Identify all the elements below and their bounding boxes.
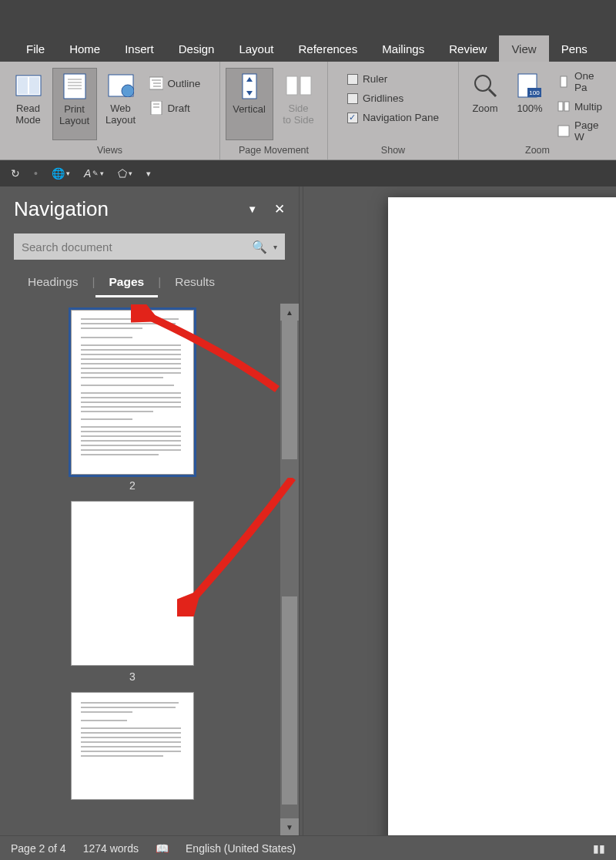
tab-review[interactable]: Review xyxy=(437,35,499,62)
navigation-title: Navigation xyxy=(14,197,109,221)
zoom-100-icon: 100 xyxy=(515,71,544,100)
zoom-100-button[interactable]: 100 100% xyxy=(508,68,551,140)
svg-point-9 xyxy=(122,85,134,97)
web-layout-icon xyxy=(106,71,136,100)
svg-point-20 xyxy=(475,76,490,91)
vertical-button[interactable]: Vertical xyxy=(226,68,273,140)
svg-text:100: 100 xyxy=(529,89,540,96)
status-language[interactable]: English (United States) xyxy=(186,842,296,855)
page-width-icon xyxy=(557,125,570,137)
multiple-pages-button[interactable]: Multip xyxy=(553,96,611,117)
svg-rect-25 xyxy=(561,76,567,87)
zoom-button[interactable]: Zoom xyxy=(464,68,507,140)
nav-tab-pages[interactable]: Pages xyxy=(95,270,159,297)
tab-mailings[interactable]: Mailings xyxy=(370,35,437,62)
proofing-icon[interactable]: 📖 xyxy=(156,842,169,855)
ribbon-tab-strip: File Home Insert Design Layout Reference… xyxy=(0,32,616,62)
nav-close-icon[interactable]: ✕ xyxy=(274,201,285,217)
read-mode-icon xyxy=(14,71,43,100)
shape-icon[interactable]: ⬠ ▾ xyxy=(118,167,132,180)
scroll-track-segment[interactable] xyxy=(282,596,297,805)
vertical-icon xyxy=(235,72,264,101)
show-group-label: Show xyxy=(333,143,454,158)
svg-rect-26 xyxy=(558,102,563,111)
search-dropdown-icon[interactable]: ▾ xyxy=(273,243,277,251)
navigation-pane-checkbox[interactable]: ✓Navigation Pane xyxy=(343,109,444,126)
status-page[interactable]: Page 2 of 4 xyxy=(11,842,66,855)
search-icon[interactable]: 🔍 xyxy=(252,240,267,254)
tab-pens[interactable]: Pens xyxy=(549,35,600,62)
tab-design[interactable]: Design xyxy=(166,35,227,62)
svg-rect-18 xyxy=(286,76,297,95)
qat-disabled-icon: • xyxy=(34,167,38,180)
status-words[interactable]: 1274 words xyxy=(83,842,139,855)
font-format-icon[interactable]: A✎ ▾ xyxy=(84,167,104,180)
scroll-down-icon[interactable]: ▼ xyxy=(280,818,299,835)
side-to-side-icon xyxy=(284,71,313,100)
svg-rect-19 xyxy=(300,76,311,95)
svg-rect-14 xyxy=(151,101,162,115)
globe-icon[interactable]: 🌐 ▾ xyxy=(52,167,70,180)
multiple-pages-icon xyxy=(557,100,570,113)
qat-overflow-icon[interactable]: ▾ xyxy=(146,169,151,179)
page-movement-group-label: Page Movement xyxy=(225,143,323,158)
thumb-label: 2 xyxy=(129,479,136,492)
one-page-icon xyxy=(557,76,570,88)
document-area[interactable] xyxy=(303,186,616,835)
tab-view[interactable]: View xyxy=(499,35,548,62)
zoom-icon xyxy=(470,71,500,100)
tab-home[interactable]: Home xyxy=(57,35,112,62)
nav-dropdown-icon[interactable]: ▼ xyxy=(247,203,257,215)
tab-layout[interactable]: Layout xyxy=(226,35,286,62)
svg-rect-28 xyxy=(558,126,569,136)
quick-access-bar: ↻ • 🌐 ▾ A✎ ▾ ⬠ ▾ ▾ xyxy=(0,160,616,186)
svg-rect-2 xyxy=(29,77,39,94)
watermark: wsxdn.com xyxy=(557,818,611,829)
search-box[interactable]: 🔍▾ xyxy=(14,233,285,260)
redo-icon[interactable]: ↻ xyxy=(11,167,20,180)
status-bar: Page 2 of 4 1274 words 📖 English (United… xyxy=(0,835,616,860)
views-group-label: Views xyxy=(5,143,215,158)
one-page-button[interactable]: One Pa xyxy=(553,71,611,92)
tab-insert[interactable]: Insert xyxy=(112,35,166,62)
web-layout-button[interactable]: Web Layout xyxy=(99,68,143,140)
nav-tab-results[interactable]: Results xyxy=(161,270,229,297)
thumb-label: 3 xyxy=(129,670,136,683)
side-to-side-button[interactable]: Side to Side xyxy=(275,68,323,140)
svg-rect-27 xyxy=(564,102,569,111)
page-thumbnail-4[interactable] xyxy=(71,692,194,800)
zoom-group-label: Zoom xyxy=(464,143,611,158)
svg-rect-3 xyxy=(64,74,85,99)
read-mode-button[interactable]: Read Mode xyxy=(6,68,51,140)
outline-icon xyxy=(149,76,163,90)
draft-button[interactable]: Draft xyxy=(145,97,214,119)
ribbon: Read Mode Print Layout Web Layout Outlin… xyxy=(0,62,616,160)
document-page[interactable] xyxy=(388,197,616,835)
gridlines-checkbox[interactable]: Gridlines xyxy=(343,90,444,106)
macro-icon[interactable]: ▮▮ xyxy=(593,842,605,855)
nav-tab-headings[interactable]: Headings xyxy=(14,270,92,297)
print-layout-icon xyxy=(60,72,89,101)
draft-icon xyxy=(149,101,163,115)
print-layout-button[interactable]: Print Layout xyxy=(52,68,97,140)
tab-file[interactable]: File xyxy=(14,35,57,62)
svg-rect-1 xyxy=(18,77,28,94)
svg-line-21 xyxy=(489,89,496,96)
outline-button[interactable]: Outline xyxy=(145,72,214,94)
page-thumbnail-3[interactable] xyxy=(71,501,194,666)
page-width-button[interactable]: Page W xyxy=(553,120,611,142)
tab-references[interactable]: References xyxy=(286,35,370,62)
ruler-checkbox[interactable]: Ruler xyxy=(343,71,444,87)
search-input[interactable] xyxy=(22,240,206,254)
